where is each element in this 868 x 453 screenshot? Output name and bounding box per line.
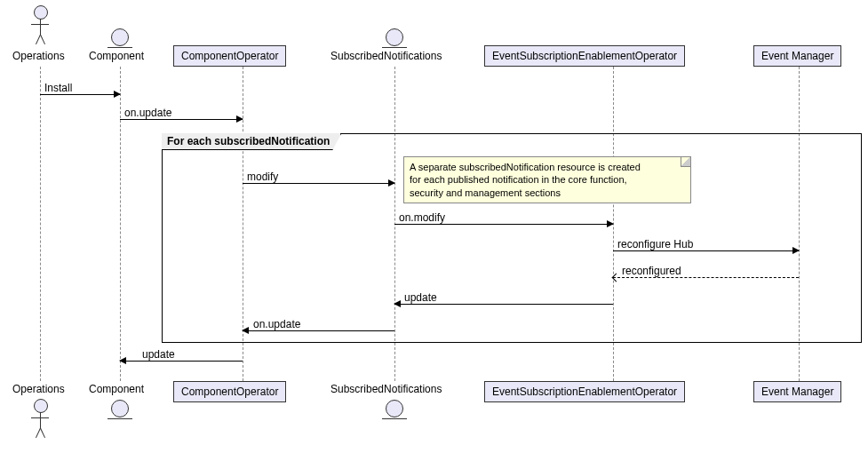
msg-update-comp: update: [142, 348, 175, 361]
component-label-top: Component: [89, 50, 144, 62]
event-manager-top: Event Manager: [753, 45, 841, 67]
arrow: [394, 304, 613, 305]
entity-icon: [111, 400, 129, 417]
arrow: [120, 361, 243, 362]
ese-operator-bottom: EventSubscriptionEnablementOperator: [484, 381, 685, 402]
actor-icon: [31, 417, 49, 418]
note-line: security and management sections: [410, 187, 685, 199]
msg-on-update-1: on.update: [124, 107, 171, 119]
entity-icon: [382, 418, 407, 419]
ese-operator-top: EventSubscriptionEnablementOperator: [484, 45, 685, 67]
entity-icon: [108, 47, 132, 48]
msg-reconfigure-hub: reconfigure Hub: [617, 238, 693, 250]
msg-update-sn: update: [404, 291, 437, 304]
actor-icon: [34, 5, 48, 20]
note: A separate subscribedNotification resour…: [403, 156, 691, 203]
arrow: [40, 94, 120, 95]
note-line: A separate subscribedNotification resour…: [410, 161, 685, 173]
actor-icon: [34, 399, 48, 413]
component-operator-top: ComponentOperator: [173, 45, 286, 67]
actor-icon: [31, 24, 49, 25]
arrow: [120, 119, 243, 120]
msg-install: Install: [44, 82, 72, 94]
actor-icon: [40, 412, 41, 428]
arrow: [243, 330, 394, 331]
entity-icon: [111, 28, 129, 46]
actor-icon: [40, 19, 41, 35]
arrow: [613, 250, 799, 251]
entity-icon: [382, 47, 407, 48]
operations-label-top: Operations: [12, 50, 65, 62]
loop-title: For each subscribedNotification: [162, 133, 341, 150]
entity-icon: [386, 400, 403, 417]
component-label-bottom: Component: [89, 383, 144, 395]
entity-icon: [108, 418, 132, 419]
lifeline: [40, 67, 41, 381]
subscribed-notifications-label-top: SubscribedNotifications: [330, 50, 442, 62]
msg-on-modify: on.modify: [399, 211, 445, 224]
note-line: for each published notification in the c…: [410, 173, 685, 186]
operations-label-bottom: Operations: [12, 383, 65, 395]
entity-icon: [386, 28, 403, 46]
arrow: [243, 183, 394, 184]
msg-reconfigured: reconfigured: [622, 265, 681, 277]
msg-modify: modify: [247, 171, 278, 183]
event-manager-bottom: Event Manager: [753, 381, 841, 402]
subscribed-notifications-label-bottom: SubscribedNotifications: [330, 383, 442, 395]
lifeline: [120, 67, 121, 381]
arrow: [394, 224, 613, 225]
actor-icon: [40, 35, 45, 44]
arrow-return: [613, 277, 799, 278]
component-operator-bottom: ComponentOperator: [173, 381, 286, 402]
actor-icon: [40, 428, 45, 438]
msg-on-update-2: on.update: [253, 318, 300, 330]
